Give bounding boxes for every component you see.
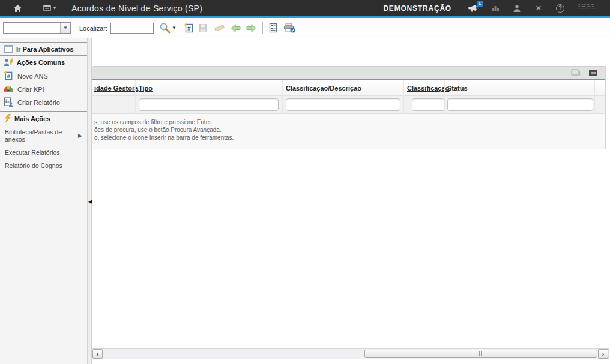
sidebar-item-criar-relatorio[interactable]: Criar Relatório	[0, 95, 87, 109]
home-icon[interactable]	[13, 4, 22, 13]
logout-icon[interactable]: ✕	[532, 4, 545, 13]
sidebar-item-label: Biblioteca/Pastas de anexos	[5, 128, 78, 143]
find-input[interactable]	[110, 23, 154, 34]
filter-input-status[interactable]	[447, 98, 593, 111]
quick-insert-value	[4, 23, 60, 33]
svg-text:#: #	[187, 25, 191, 32]
sidebar-item-go-to-applications[interactable]: Ir Para Aplicativos	[0, 42, 87, 55]
sidebar-item-label: Executar Relatórios	[5, 149, 83, 156]
window-icon	[4, 45, 13, 53]
grid-hints: s, use os campos de filtro e pressione E…	[92, 114, 605, 149]
column-header-tipo[interactable]: Tipo	[139, 85, 152, 92]
minimize-icon[interactable]	[589, 70, 597, 76]
column-separator	[403, 80, 404, 114]
notification-badge: 1	[477, 1, 483, 7]
horizontal-scrollbar[interactable]: ‹ ›	[92, 348, 609, 359]
charts-icon[interactable]	[489, 4, 502, 12]
column-separator	[282, 80, 283, 114]
announcements-icon[interactable]: 1	[467, 4, 480, 13]
search-icon[interactable]	[159, 22, 171, 34]
ibm-logo: IBM.	[578, 2, 600, 14]
reports-icon[interactable]	[268, 23, 278, 33]
column-header-classificacao[interactable]: Classificação	[407, 85, 449, 92]
grid-header-row: idade Gestora Tipo Classificação/Descriç…	[92, 80, 605, 96]
sidebar-item-novo-ans[interactable]: # Novo ANS	[0, 69, 87, 83]
new-record-icon: #	[4, 71, 13, 80]
hint-line-2: ões de procura, use o botão Procura Avan…	[94, 126, 605, 134]
close-icon: ✕	[536, 4, 542, 13]
help-icon[interactable]: ?	[554, 4, 567, 13]
lightning-icon	[4, 114, 11, 123]
find-label: Localizar:	[79, 25, 107, 32]
sidebar-item-executar-relatorios[interactable]: Executar Relatórios	[0, 146, 87, 159]
save-icon	[198, 23, 208, 33]
results-panel: idade Gestora Tipo Classificação/Descriç…	[92, 66, 606, 149]
column-header-status: Status	[447, 85, 468, 92]
scroll-right-button[interactable]: ›	[598, 349, 608, 359]
column-header-classificacao-descricao: Classificação/Descrição	[286, 85, 361, 92]
sidebar-label: Ir Para Aplicativos	[16, 46, 74, 53]
app-switcher-icon[interactable]: ▾	[43, 5, 56, 12]
content-area: idade Gestora Tipo Classificação/Descriç…	[92, 38, 610, 364]
chevron-down-icon: ▾	[53, 5, 56, 11]
top-bar: ▾ Acordos de Nível de Serviço (SP) DEMON…	[0, 0, 610, 16]
toolbar-separator	[262, 22, 263, 34]
svg-text:#: #	[7, 73, 11, 79]
combobox-dropdown-button[interactable]: ▼	[60, 23, 70, 33]
download-icon	[571, 69, 581, 77]
sidebar-item-biblioteca-pastas-de-anexos[interactable]: Biblioteca/Pastas de anexos ▶	[0, 125, 87, 146]
sidebar-section-title: Mais Ações	[14, 115, 50, 122]
sidebar-item-label: Criar KPI	[17, 85, 44, 93]
filter-input-classificacao-descricao[interactable]	[286, 98, 400, 111]
profile-icon[interactable]	[510, 4, 524, 13]
main-area: Ir Para Aplicativos Ações Comuns # Novo …	[0, 38, 610, 364]
column-header-unidade-gestora[interactable]: idade Gestora	[94, 85, 138, 92]
previous-record-icon[interactable]	[231, 23, 241, 33]
sidebar-section-more-actions[interactable]: Mais Ações	[0, 111, 87, 125]
sidebar-section-common-actions[interactable]: Ações Comuns	[0, 55, 87, 69]
sidebar-item-relatorio-do-cognos[interactable]: Relatório do Cognos	[0, 159, 87, 172]
page-title: Acordos de Nível de Serviço (SP)	[71, 4, 202, 13]
new-record-icon[interactable]: #	[184, 23, 194, 33]
sidebar-item-label: Relatório do Cognos	[5, 162, 83, 169]
print-icon[interactable]	[283, 23, 295, 33]
results-grid: idade Gestora Tipo Classificação/Descriç…	[92, 80, 605, 114]
sidebar: Ir Para Aplicativos Ações Comuns # Novo …	[0, 38, 87, 364]
sidebar-item-label: Novo ANS	[17, 72, 48, 80]
column-separator	[444, 80, 445, 114]
hint-line-1: s, use os campos de filtro e pressione E…	[94, 118, 605, 126]
create-report-icon	[4, 97, 13, 107]
filter-input-tipo[interactable]	[139, 98, 279, 111]
column-separator	[135, 80, 136, 114]
quick-insert-combobox[interactable]: ▼	[3, 22, 71, 34]
submenu-arrow-icon: ▶	[78, 133, 82, 139]
search-options-caret[interactable]: ▼	[172, 25, 177, 31]
sidebar-item-criar-kpi[interactable]: Criar KPI	[0, 83, 87, 95]
environment-label: DEMONSTRAÇÃO	[383, 4, 451, 13]
scrollbar-thumb[interactable]	[364, 350, 597, 358]
column-separator	[594, 80, 595, 114]
common-actions-icon	[4, 58, 14, 67]
hint-line-3: o, selecione o ícone Inserir na barra de…	[94, 134, 605, 142]
app-toolbar: ▼ Localizar: ▼ #	[0, 18, 610, 38]
grid-filter-row	[92, 96, 605, 114]
sidebar-section-title: Ações Comuns	[17, 59, 65, 66]
clear-changes-icon	[214, 23, 225, 32]
sidebar-item-label: Criar Relatório	[17, 98, 60, 106]
content-top-gap	[92, 38, 610, 66]
results-panel-titlebar	[92, 66, 605, 79]
svg-text:IBM.: IBM.	[578, 2, 597, 11]
scroll-left-button[interactable]: ‹	[92, 349, 103, 359]
sidebar-splitter[interactable]: ◀	[87, 38, 92, 364]
next-record-icon[interactable]	[246, 23, 256, 33]
filter-input-classificacao[interactable]	[412, 98, 445, 111]
kpi-gauge-icon	[4, 85, 13, 93]
